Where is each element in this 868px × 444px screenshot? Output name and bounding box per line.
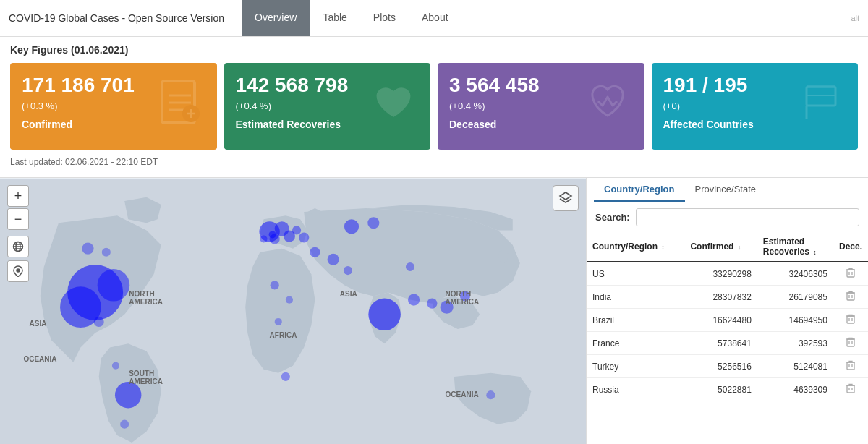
svg-point-49	[120, 420, 129, 429]
cell-deceased-action[interactable]	[833, 355, 868, 378]
confirmed-icon	[155, 77, 205, 135]
cell-country: Turkey	[587, 355, 684, 378]
card-confirmed: 171 186 701 (+0.3 %) Confirmed	[10, 63, 217, 150]
search-row: Search:	[587, 202, 868, 232]
svg-point-44	[102, 248, 111, 257]
nav-tabs: Overview Table Plots About	[242, 0, 461, 36]
card-recoveries: 142 568 798 (+0.4 %) Estimated Recoverie…	[224, 63, 431, 150]
right-panel: Country/Region Province/State Search: Co…	[586, 178, 868, 444]
key-figures-title: Key Figures (01.06.2021)	[10, 44, 858, 56]
svg-point-16	[17, 269, 20, 272]
cell-confirmed: 5022881	[684, 378, 757, 401]
svg-point-27	[292, 226, 301, 234]
cell-deceased-action[interactable]	[833, 262, 868, 286]
cell-recoveries: 5124081	[757, 355, 833, 378]
table-row[interactable]: Brazil 16624480 14694950	[587, 309, 868, 332]
cell-recoveries: 26179085	[757, 286, 833, 309]
svg-point-39	[344, 266, 352, 275]
svg-point-50	[112, 362, 119, 370]
recoveries-icon	[368, 81, 419, 132]
cell-country: Brazil	[587, 309, 684, 332]
cell-country: India	[587, 286, 684, 309]
panel-tabs: Country/Region Province/State	[587, 178, 868, 202]
svg-point-21	[98, 269, 130, 302]
world-map-svg	[0, 178, 586, 444]
svg-point-36	[406, 262, 414, 271]
cell-deceased-action[interactable]	[833, 332, 868, 355]
tab-plots[interactable]: Plots	[360, 0, 409, 36]
cell-country: France	[587, 332, 684, 355]
svg-rect-72	[847, 385, 854, 393]
svg-point-29	[299, 232, 309, 242]
zoom-out-button[interactable]: −	[7, 208, 29, 230]
cell-deceased-action[interactable]	[833, 378, 868, 401]
table-row[interactable]: France 5738641 392593	[587, 332, 868, 355]
trash-icon	[846, 314, 855, 324]
col-confirmed[interactable]: Confirmed ↓	[684, 232, 757, 262]
card-deceased: 3 564 458 (+0.4 %) Deceased	[438, 63, 644, 150]
svg-marker-17	[560, 192, 571, 200]
cell-recoveries: 392593	[757, 332, 833, 355]
trash-icon	[846, 337, 855, 347]
svg-point-30	[368, 299, 401, 331]
table-row[interactable]: Russia 5022881 4639309	[587, 378, 868, 401]
svg-point-45	[94, 317, 104, 327]
svg-point-47	[269, 231, 276, 238]
trash-icon	[846, 268, 855, 278]
globe-button[interactable]	[7, 236, 29, 257]
layers-button[interactable]	[553, 185, 579, 211]
table-row[interactable]: US 33290298 32406305	[587, 262, 868, 286]
svg-point-43	[82, 243, 93, 255]
svg-rect-56	[847, 293, 854, 300]
svg-point-35	[441, 301, 454, 314]
svg-point-46	[310, 247, 320, 257]
card-countries: 191 / 195 (+0) Affected Countries	[652, 63, 859, 150]
deceased-icon	[582, 81, 633, 132]
cell-country: US	[587, 262, 684, 286]
zoom-in-button[interactable]: +	[7, 185, 29, 207]
svg-rect-52	[847, 270, 854, 277]
svg-point-32	[367, 217, 379, 229]
svg-point-40	[271, 281, 279, 289]
map-controls: + −	[7, 185, 29, 282]
sort-recoveries-icon: ↕	[813, 249, 817, 256]
cell-confirmed: 16624480	[684, 309, 757, 332]
svg-point-42	[275, 318, 282, 325]
svg-point-34	[427, 299, 437, 309]
cards-row: 171 186 701 (+0.3 %) Confirmed 142 568 7…	[10, 63, 858, 150]
cell-confirmed: 5256516	[684, 355, 757, 378]
table-body: US 33290298 32406305 India 28307832 2617…	[587, 262, 868, 401]
tab-about[interactable]: About	[409, 0, 461, 36]
cell-recoveries: 32406305	[757, 262, 833, 286]
search-input[interactable]	[636, 208, 859, 226]
table-row[interactable]: Turkey 5256516 5124081	[587, 355, 868, 378]
col-country[interactable]: Country/Region ↕	[587, 232, 684, 262]
cell-recoveries: 4639309	[757, 378, 833, 401]
location-button[interactable]	[7, 260, 29, 282]
tab-table[interactable]: Table	[310, 0, 359, 36]
tab-province-state[interactable]: Province/State	[685, 178, 767, 202]
svg-point-31	[344, 219, 359, 234]
col-deceased[interactable]: Dece.	[833, 232, 868, 262]
svg-point-37	[460, 291, 470, 301]
tab-overview[interactable]: Overview	[242, 0, 310, 36]
cell-recoveries: 14694950	[757, 309, 833, 332]
header: COVID-19 Global Cases - Open Source Vers…	[0, 0, 868, 37]
cell-deceased-action[interactable]	[833, 286, 868, 309]
map-area[interactable]: + −	[0, 178, 586, 444]
trash-icon	[846, 383, 855, 393]
svg-point-38	[328, 254, 339, 265]
main-content: + −	[0, 178, 868, 444]
svg-point-41	[286, 296, 293, 304]
cell-deceased-action[interactable]	[833, 309, 868, 332]
svg-rect-64	[847, 339, 854, 346]
key-figures-section: Key Figures (01.06.2021) 171 186 701 (+0…	[0, 37, 868, 178]
table-row[interactable]: India 28307832 26179085	[587, 286, 868, 309]
countries-icon	[796, 81, 846, 132]
cell-confirmed: 33290298	[684, 262, 757, 286]
last-updated: Last updated: 02.06.2021 - 22:10 EDT	[10, 157, 858, 167]
col-recoveries[interactable]: EstimatedRecoveries ↕	[757, 232, 833, 262]
svg-point-22	[115, 382, 141, 408]
tab-country-region[interactable]: Country/Region	[594, 178, 685, 202]
header-logo: alt	[851, 14, 859, 22]
